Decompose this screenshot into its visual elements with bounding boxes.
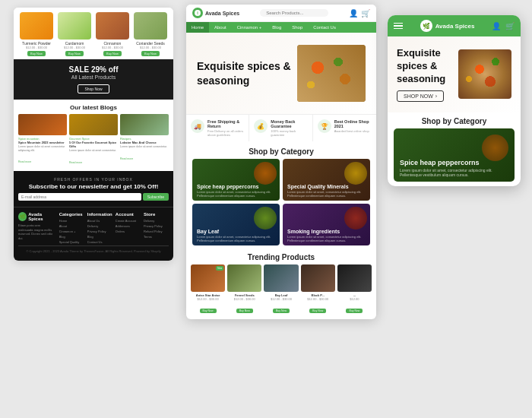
mobile-icons: 👤 🛒	[492, 22, 515, 30]
mid-nav: Home About Cinnamon + Blog Shop Contact …	[186, 22, 376, 33]
category-desc: Lorem ipsum dolor sit amet, consectetur …	[287, 190, 366, 198]
newsletter-label: FRESH OFFERS IN YOUR INBOX	[18, 177, 169, 182]
trending-card: Black P... $12.00 - $30.00 Buy Now	[301, 264, 335, 315]
blogs-section: Our latest Blogs Spice mountain Spice Mo…	[14, 100, 173, 171]
footer-link[interactable]: Create Account	[116, 219, 141, 223]
footer-link[interactable]: Cinnamon +	[59, 230, 84, 233]
newsletter-submit-button[interactable]: Subscribe	[143, 193, 169, 201]
nav-contact[interactable]: Contact Us	[308, 22, 341, 33]
product-image	[58, 12, 91, 40]
trending-price: $12.00 - $30.00	[264, 297, 298, 301]
footer-col-title: Information	[87, 212, 112, 217]
feature-shipping: 🚚 Free Shipping & Return Free Delivery o…	[186, 115, 249, 141]
mobile-shop-now-button[interactable]: SHOP NOW ›	[397, 90, 444, 102]
trending-image	[337, 264, 372, 292]
blog-title: Lobster Mac And Cheese	[120, 141, 169, 144]
cart-icon[interactable]: 🛒	[361, 9, 370, 17]
buy-button[interactable]: Buy Now	[27, 51, 46, 56]
product-grid: Turmeric Powder $12.00 - $30.00 Buy Now …	[14, 8, 173, 59]
user-icon[interactable]: 👤	[349, 9, 358, 17]
mobile-category-desc: Lorem ipsum dolor sit amet, consectetur …	[400, 168, 508, 177]
mobile-category-card[interactable]: Spice heap peppercorns Lorem ipsum dolor…	[394, 128, 515, 182]
category-overlay: Bay Leaf Lorem ipsum dolor sit amet, con…	[192, 226, 280, 245]
category-name: Special Quality Minerals	[287, 184, 366, 189]
footer-link[interactable]: About Us	[87, 219, 112, 223]
footer-link[interactable]: Delivery	[87, 224, 112, 228]
trending-buy-button[interactable]: Buy Now	[346, 309, 363, 313]
newsletter-section: FRESH OFFERS IN YOUR INBOX Subscribe to …	[14, 171, 173, 207]
footer-link[interactable]: Addresses	[116, 224, 141, 228]
blog-title: 5 Of Our Favorite Gourmet Spice Gifts	[69, 141, 118, 148]
feature-title: Best Online Shop 2021	[334, 119, 372, 128]
read-more-link[interactable]: Read more	[18, 160, 31, 163]
hero-image	[297, 45, 366, 102]
trending-buy-button[interactable]: Buy Now	[309, 309, 326, 313]
product-card: Cardamom $12.00 - $30.00 Buy Now	[56, 12, 93, 56]
shop-btn-text: SHOP NOW	[404, 93, 433, 99]
category-card[interactable]: Special Quality Minerals Lorem ipsum dol…	[283, 159, 370, 201]
buy-button[interactable]: Buy Now	[141, 51, 160, 56]
buy-button[interactable]: Buy Now	[65, 51, 84, 56]
trending-title: Trending Products	[186, 249, 376, 264]
footer-link[interactable]: Blog	[87, 235, 112, 239]
nav-home[interactable]: Home	[186, 22, 209, 33]
mobile-cart-icon[interactable]: 🛒	[505, 22, 515, 30]
nav-shop[interactable]: Shop	[287, 22, 308, 33]
category-card[interactable]: Smoking Ingredients Lorem ipsum dolor si…	[283, 204, 370, 245]
trending-price: $12.00 - $30.00	[191, 297, 225, 301]
nav-blog[interactable]: Blog	[267, 22, 287, 33]
footer-link[interactable]: Privacy Policy	[144, 224, 169, 228]
nav-cinnamon[interactable]: Cinnamon +	[232, 22, 268, 33]
feature-money-back: 💰 Money Back Guarantee 100% money back g…	[249, 115, 312, 141]
footer-desc: Etiam porta sem malesuada magna mollis e…	[18, 223, 56, 240]
hamburger-menu[interactable]	[394, 23, 403, 30]
mobile-category-name: Spice heap peppercorns	[400, 159, 508, 166]
read-more-link[interactable]: Read more	[69, 161, 82, 164]
footer-categories-col: Categories Home About Cinnamon + Blog Sp…	[59, 212, 84, 245]
footer-link[interactable]: Blog	[59, 235, 84, 239]
newsletter-email-input[interactable]	[18, 193, 141, 201]
footer-link[interactable]: Privacy Policy	[87, 230, 112, 233]
mobile-logo-icon: 🌿	[420, 20, 432, 32]
footer-link[interactable]: Home	[59, 219, 84, 223]
category-card[interactable]: Spice heap peppercorns Lorem ipsum dolor…	[192, 159, 280, 201]
product-card: Cinnamon $12.00 - $30.00 Buy Now	[94, 12, 131, 56]
feature-award: 🏆 Best Online Shop 2021 Awarded best onl…	[313, 115, 376, 141]
trending-buy-button[interactable]: Buy Now	[273, 309, 290, 313]
shop-category-title: Shop by Category	[186, 141, 376, 159]
blog-card: Spice mountain Spice Mountain 2023 newsl…	[18, 114, 67, 166]
mobile-category-overlay: Spice heap peppercorns Lorem ipsum dolor…	[394, 154, 515, 182]
footer-link[interactable]: Special Quality	[59, 240, 84, 244]
footer-link[interactable]: About	[59, 224, 84, 228]
left-panel: Turmeric Powder $12.00 - $30.00 Buy Now …	[14, 8, 173, 261]
category-name: Smoking Ingredients	[287, 229, 366, 234]
footer-link[interactable]: Contact Us	[87, 240, 112, 244]
search-input[interactable]	[260, 9, 328, 17]
footer-link[interactable]: Refund Policy	[144, 230, 169, 233]
category-name: Spice heap peppercorns	[197, 184, 275, 189]
trending-card: ... $12.00 Buy Now	[337, 264, 372, 315]
footer-link[interactable]: Delivery	[144, 219, 169, 223]
category-desc: Lorem ipsum dolor sit amet, consectetur …	[287, 235, 366, 242]
sale-subtitle: All Latest Products	[17, 74, 170, 80]
blogs-title: Our latest Blogs	[18, 104, 169, 111]
buy-button[interactable]: Buy Now	[103, 51, 122, 56]
footer-link[interactable]: Orders	[116, 230, 141, 233]
product-price: $12.00 - $30.00	[64, 46, 85, 49]
mobile-user-icon[interactable]: 👤	[492, 22, 501, 30]
product-price: $12.00 - $30.00	[102, 46, 123, 49]
sale-shop-button[interactable]: Shop Now	[78, 84, 109, 93]
mobile-shop-category-title: Shop by Category	[388, 112, 521, 128]
right-panel-mobile: 🌿 Avada Spices 👤 🛒 Exquisite spices & se…	[388, 15, 521, 186]
nav-about[interactable]: About	[209, 22, 232, 33]
mobile-header: 🌿 Avada Spices 👤 🛒	[388, 15, 521, 36]
blog-excerpt: Lorem ipsum dolor sit amet consectetur.	[120, 145, 169, 149]
trending-buy-button[interactable]: Buy Now	[236, 309, 253, 313]
footer-link[interactable]: Terms	[144, 235, 169, 239]
read-more-link[interactable]: Read more	[120, 157, 133, 160]
mobile-hero-title: Exquisite spices & seasoning	[397, 47, 458, 86]
footer-information-col: Information About Us Delivery Privacy Po…	[87, 212, 112, 245]
trending-buy-button[interactable]: Buy Now	[200, 309, 217, 313]
mobile-hero-text: Exquisite spices & seasoning SHOP NOW ›	[397, 47, 458, 102]
category-card[interactable]: Bay Leaf Lorem ipsum dolor sit amet, con…	[192, 204, 280, 245]
